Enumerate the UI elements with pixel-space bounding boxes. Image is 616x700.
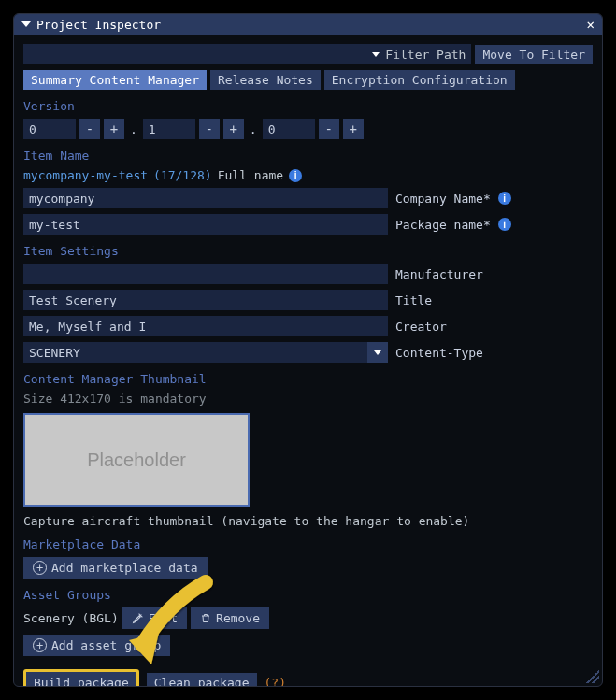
tab-summary[interactable]: Summary Content Manager [23,70,207,90]
edit-asset-group-button[interactable]: Edit [122,607,187,629]
asset-group-row: Scenery (BGL) Edit Remove [23,607,593,629]
content-type-select[interactable] [23,342,388,363]
item-name-summary: mycompany-my-test (17/128) Full name i [23,168,593,182]
thumbnail-placeholder[interactable]: Placeholder [23,413,250,507]
full-name-label: Full name [218,168,283,182]
version-row: - + . - + . - + [23,119,593,139]
thumbnail-hint: Size 412x170 is mandatory [23,392,593,406]
title-label: Title [395,293,432,307]
help-link[interactable]: (?) [265,676,286,687]
item-name-label: Item Name [23,149,593,163]
item-slug: mycompany-my-test [23,168,148,182]
version-minor-minus[interactable]: - [199,119,220,139]
package-name-row: Package name* i [23,214,593,235]
titlebar[interactable]: Project Inspector ✕ [14,14,602,35]
asset-group-name: Scenery (BGL) [23,611,119,625]
content-type-value[interactable] [23,342,367,363]
package-name-input[interactable] [23,214,388,235]
version-patch-plus[interactable]: + [343,119,364,139]
version-patch-input[interactable] [263,119,315,139]
edit-icon [132,612,144,624]
project-inspector-window: Project Inspector ✕ Filter Path Move To … [13,13,603,687]
trash-icon [200,612,211,624]
build-package-button[interactable]: Build package [23,669,139,687]
content-type-label: Content-Type [395,346,483,360]
creator-row: Creator [23,316,593,336]
close-icon[interactable]: ✕ [587,17,595,32]
manufacturer-input[interactable] [23,264,388,284]
version-minor-input[interactable] [143,119,195,139]
add-asset-group-button[interactable]: + Add asset group [23,635,170,656]
chevron-down-icon [374,350,381,355]
company-name-input[interactable] [23,188,388,208]
collapse-icon [21,21,31,27]
manufacturer-label: Manufacturer [395,267,483,281]
info-icon[interactable]: i [289,169,302,182]
chevron-down-icon [372,52,380,57]
plus-icon: + [33,561,47,575]
company-name-label: Company Name* [395,192,491,206]
add-marketplace-label: Add marketplace data [51,561,198,575]
item-settings-label: Item Settings [23,244,593,258]
dot-separator: . [128,122,139,136]
remove-asset-group-button[interactable]: Remove [191,607,269,629]
dot-separator: . [248,122,259,136]
marketplace-label: Marketplace Data [23,537,593,551]
title-row: Title [23,290,593,310]
remove-label: Remove [216,611,260,625]
manufacturer-row: Manufacturer [23,264,593,284]
thumbnail-caption: Capture aircraft thumbnail (navigate to … [23,514,593,528]
tabs: Summary Content Manager Release Notes En… [23,70,593,90]
version-major-minus[interactable]: - [79,119,100,139]
content-type-dropdown-button[interactable] [367,342,388,363]
add-marketplace-data-button[interactable]: + Add marketplace data [23,557,208,579]
window-title: Project Inspector [36,18,581,32]
tab-encryption[interactable]: Encryption Configuration [324,70,515,90]
version-label: Version [23,99,593,113]
window-body: Filter Path Move To Filter Summary Conte… [14,35,602,687]
company-name-row: Company Name* i [23,188,593,208]
info-icon[interactable]: i [498,218,511,231]
filter-path-label: Filter Path [385,48,466,62]
plus-icon: + [33,638,47,652]
info-icon[interactable]: i [498,192,511,205]
clean-package-button[interactable]: Clean package [147,673,257,687]
title-input[interactable] [23,290,388,310]
version-patch-minus[interactable]: - [319,119,339,139]
asset-groups-label: Asset Groups [23,588,593,602]
resize-grip-icon[interactable] [586,670,599,683]
version-minor-plus[interactable]: + [223,119,244,139]
item-count: (17/128) [153,168,212,182]
footer-row: Build package Clean package (?) [23,669,593,687]
package-name-label: Package name* [395,218,491,232]
creator-input[interactable] [23,316,388,336]
creator-label: Creator [395,320,447,334]
content-type-row: Content-Type [23,342,593,363]
thumbnail-label: Content Manager Thumbnail [23,372,593,386]
version-major-plus[interactable]: + [104,119,124,139]
tab-release-notes[interactable]: Release Notes [210,70,321,90]
add-asset-group-label: Add asset group [51,638,161,652]
filter-path-dropdown[interactable]: Filter Path [23,44,471,64]
version-major-input[interactable] [23,119,76,139]
edit-label: Edit [149,611,178,625]
move-to-filter-button[interactable]: Move To Filter [475,45,593,64]
filter-row: Filter Path Move To Filter [23,44,593,64]
